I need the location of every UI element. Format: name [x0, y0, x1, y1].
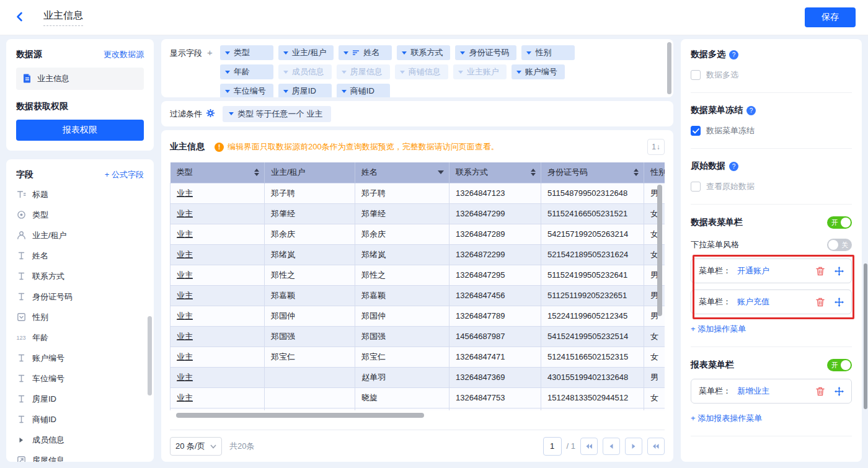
display-field-chip-身份证号码[interactable]: 身份证号码: [455, 45, 516, 60]
datasource-item[interactable]: 业主信息: [16, 68, 144, 90]
menu-item-账户充值[interactable]: 菜单栏：账户充值: [691, 289, 852, 314]
back-button[interactable]: [12, 10, 27, 25]
display-field-chip-类型[interactable]: 类型: [220, 45, 273, 60]
last-page-button[interactable]: [647, 438, 665, 455]
field-item-联系方式[interactable]: 联系方式: [16, 266, 154, 286]
sort-icon[interactable]: [531, 169, 536, 176]
display-field-chip-业主账户[interactable]: 业主账户: [453, 64, 507, 79]
field-item-年龄[interactable]: 123年龄: [16, 327, 154, 348]
table-vertical-scrollbar[interactable]: [657, 185, 662, 316]
add-display-field-button[interactable]: +: [207, 48, 213, 57]
help-icon[interactable]: ?: [729, 162, 738, 171]
column-header-联系方式[interactable]: 联系方式: [450, 162, 541, 183]
sort-icon[interactable]: [634, 169, 639, 176]
field-item-身份证号码[interactable]: 身份证号码: [16, 286, 154, 307]
next-page-button[interactable]: [625, 438, 642, 455]
fields-scrollbar[interactable]: [148, 316, 152, 395]
table-cell[interactable]: 业主: [170, 183, 265, 203]
display-field-chip-商铺ID[interactable]: 商铺ID: [337, 84, 390, 97]
table-menu-toggle[interactable]: 开: [827, 216, 852, 229]
display-field-chip-业主/租户[interactable]: 业主/租户: [278, 45, 334, 60]
table-cell[interactable]: 业主: [170, 387, 265, 408]
table-cell[interactable]: 业主: [170, 367, 265, 387]
display-field-chip-姓名[interactable]: 姓名: [339, 45, 392, 60]
move-icon[interactable]: [834, 386, 844, 396]
display-field-chip-房屋ID[interactable]: 房屋ID: [278, 84, 332, 97]
field-item-标题[interactable]: 标题: [16, 184, 154, 205]
table-cell[interactable]: 业主: [170, 224, 265, 244]
page-size-select[interactable]: 20 条/页: [170, 437, 222, 456]
change-datasource-link[interactable]: 更改数据源: [104, 49, 144, 60]
chevron-down-icon: [283, 71, 288, 74]
display-field-chip-联系方式[interactable]: 联系方式: [397, 45, 450, 60]
field-item-账户编号[interactable]: 账户编号: [16, 348, 154, 368]
table-cell[interactable]: 业主: [170, 306, 265, 326]
field-item-房屋ID[interactable]: 房屋ID: [16, 389, 154, 409]
sort-icon[interactable]: [254, 169, 259, 176]
table-cell[interactable]: 业主: [170, 285, 265, 306]
table-cell[interactable]: 业主: [170, 265, 265, 285]
gear-icon[interactable]: [206, 108, 215, 120]
field-item-车位编号[interactable]: 车位编号: [16, 368, 154, 389]
table-cell[interactable]: 业主: [170, 347, 265, 367]
column-header-类型[interactable]: 类型: [170, 162, 265, 183]
field-item-业主/租户[interactable]: 业主/租户: [16, 225, 154, 245]
add-report-menu-link[interactable]: + 添加报表操作菜单: [691, 413, 762, 424]
save-button[interactable]: 保存: [805, 7, 856, 27]
field-item-性别[interactable]: 性别: [16, 307, 154, 327]
first-page-button[interactable]: [580, 438, 598, 455]
menu-item-开通账户[interactable]: 菜单栏：开通账户: [691, 258, 852, 283]
field-item-商铺ID[interactable]: 商铺ID: [16, 409, 154, 430]
delete-icon[interactable]: [815, 386, 825, 396]
raw-data-checkbox-row[interactable]: 查看原始数据: [691, 181, 852, 192]
column-header-业主/租户[interactable]: 业主/租户: [265, 162, 355, 183]
field-item-姓名[interactable]: 姓名: [16, 245, 154, 266]
menu-item-name[interactable]: 新增业主: [737, 386, 769, 397]
column-header-身份证号码[interactable]: 身份证号码: [541, 162, 644, 183]
multi-select-checkbox-row[interactable]: 数据多选: [691, 69, 852, 81]
menu-freeze-checkbox-label: 数据菜单冻结: [706, 125, 755, 136]
help-icon[interactable]: ?: [729, 50, 738, 60]
display-field-chip-车位编号[interactable]: 车位编号: [220, 84, 273, 97]
field-item-成员信息[interactable]: 成员信息: [16, 430, 154, 450]
sort-desc-icon[interactable]: [438, 170, 444, 174]
formula-field-link[interactable]: + 公式字段: [105, 169, 144, 180]
delete-icon[interactable]: [815, 266, 825, 276]
menu-item-name[interactable]: 开通账户: [737, 265, 769, 276]
field-item-房屋信息[interactable]: 房屋信息: [16, 450, 154, 462]
current-page-input[interactable]: 1: [543, 437, 562, 456]
table-cell[interactable]: 业主: [170, 326, 265, 347]
column-header-性别[interactable]: 性别: [644, 162, 665, 183]
move-icon[interactable]: [834, 297, 844, 307]
add-action-menu-link[interactable]: + 添加操作菜单: [691, 324, 746, 335]
table-cell[interactable]: 业主: [170, 203, 265, 224]
display-field-chip-房屋信息[interactable]: 房屋信息: [337, 64, 390, 79]
page-vertical-scrollbar[interactable]: [864, 263, 867, 409]
display-field-chip-年龄[interactable]: 年龄: [220, 64, 273, 79]
filter-condition-chip[interactable]: 类型 等于任意一个 业主: [223, 106, 331, 122]
menu-freeze-checkbox-row[interactable]: 数据菜单冻结: [691, 125, 852, 136]
display-field-chip-成员信息[interactable]: 成员信息: [278, 64, 332, 79]
checkbox-unchecked-icon[interactable]: [691, 182, 701, 192]
report-permission-button[interactable]: 报表权限: [16, 120, 144, 141]
column-header-姓名[interactable]: 姓名: [355, 162, 450, 183]
delete-icon[interactable]: [815, 297, 825, 307]
report-menu-toggle[interactable]: 开: [827, 359, 852, 371]
table-horizontal-scrollbar[interactable]: [176, 413, 424, 418]
dropdown-style-toggle[interactable]: 关: [827, 239, 852, 251]
display-panel-scrollbar[interactable]: [667, 42, 671, 94]
field-item-类型[interactable]: 类型: [16, 205, 154, 225]
checkbox-unchecked-icon[interactable]: [691, 70, 701, 80]
table-cell[interactable]: 业主: [170, 244, 265, 265]
help-icon[interactable]: ?: [746, 106, 756, 115]
menu-item-新增业主[interactable]: 菜单栏：新增业主: [691, 379, 852, 404]
display-field-chip-商铺信息[interactable]: 商铺信息: [395, 64, 448, 79]
move-icon[interactable]: [834, 266, 844, 276]
table-cell: 14564687987: [450, 326, 541, 347]
menu-item-name[interactable]: 账户充值: [737, 296, 769, 307]
sort-order-button[interactable]: 1↓: [647, 139, 665, 155]
prev-page-button[interactable]: [603, 438, 620, 455]
display-field-chip-性别[interactable]: 性别: [521, 45, 575, 60]
display-field-chip-账户编号[interactable]: 账户编号: [512, 64, 565, 79]
checkbox-checked-icon[interactable]: [691, 126, 701, 136]
